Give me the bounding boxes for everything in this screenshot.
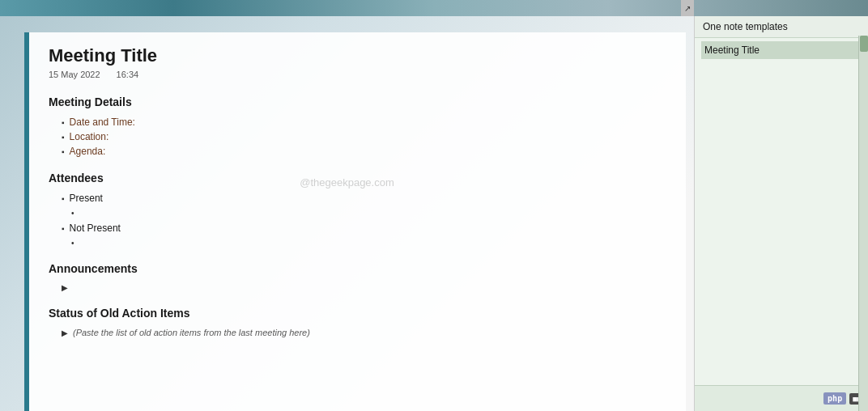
present-item: Present: [62, 191, 666, 206]
doc-date: 15 May 2022: [49, 70, 100, 79]
status-arrow-item: ▶ (Paste the list of old action items fr…: [62, 326, 666, 339]
right-panel: One note templates Meeting Title php ■■: [694, 16, 868, 411]
status-arrow-text: (Paste the list of old action items from…: [73, 328, 310, 337]
date-time-label: Date and Time:: [70, 117, 135, 128]
document-title: Meeting Title: [49, 45, 666, 66]
status-arrow-icon: ▶: [62, 328, 68, 337]
status-heading: Status of Old Action Items: [49, 307, 666, 320]
right-panel-content: Meeting Title: [695, 38, 868, 385]
agenda-field: Agenda:: [62, 144, 666, 159]
present-sub-list: [71, 207, 666, 219]
location-label: Location:: [70, 131, 109, 142]
top-image-strip: ↗: [0, 0, 868, 16]
meeting-details-list: Date and Time: Location: Agenda:: [62, 115, 666, 159]
attendees-list: Present: [62, 191, 666, 206]
right-bottom-bar: php ■■: [695, 385, 868, 411]
announcements-heading: Announcements: [49, 262, 666, 275]
not-present-label: Not Present: [70, 222, 121, 234]
not-present-sub-item: [71, 237, 666, 249]
not-present-item: Not Present: [62, 221, 666, 235]
right-scrollbar-thumb[interactable]: [860, 36, 868, 52]
main-content: Meeting Title 15 May 2022 16:34 Meeting …: [0, 16, 694, 411]
doc-time: 16:34: [117, 70, 139, 79]
document-meta: 15 May 2022 16:34: [49, 70, 666, 79]
main-wrapper: ↗ Meeting Title 15 May 2022 16:34 Meetin…: [0, 0, 868, 411]
php-badge: php: [823, 392, 846, 405]
not-present-sub-list: [71, 237, 666, 249]
right-scrollbar[interactable]: [858, 36, 868, 411]
template-item-meeting-title[interactable]: Meeting Title: [701, 41, 862, 59]
meeting-details-heading: Meeting Details: [49, 95, 666, 108]
announcements-arrow-item: ▶: [62, 282, 666, 294]
present-label: Present: [70, 193, 103, 204]
right-panel-header: One note templates: [695, 16, 868, 38]
expand-button[interactable]: ↗: [681, 0, 694, 16]
document-panel: Meeting Title 15 May 2022 16:34 Meeting …: [24, 32, 686, 411]
attendees-heading: Attendees: [49, 172, 666, 184]
announcements-arrow-icon: ▶: [62, 283, 68, 292]
present-sub-item: [71, 207, 666, 219]
location-field: Location:: [62, 129, 666, 144]
agenda-label: Agenda:: [70, 146, 106, 157]
date-time-field: Date and Time:: [62, 115, 666, 129]
not-present-outer-list: Not Present: [62, 221, 666, 235]
